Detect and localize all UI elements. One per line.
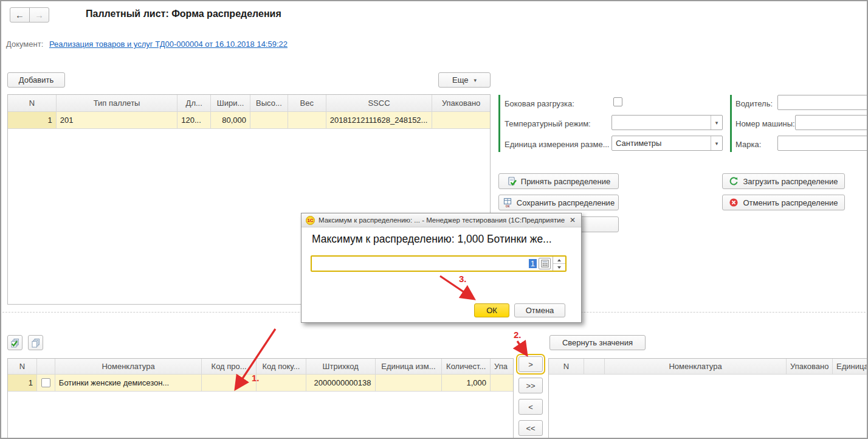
load-distribution-label: Загрузить распределение (743, 177, 838, 186)
nav-buttons: ← → (10, 7, 49, 22)
move-all-right-button[interactable]: >> (518, 378, 543, 393)
col-quantity: Количест... (442, 359, 491, 375)
green-separator (730, 95, 732, 152)
cell-nomenclature[interactable]: Ботинки женские демисезон... (55, 375, 202, 392)
col-length: Дл... (177, 95, 211, 112)
cell-code-buyer[interactable] (257, 375, 306, 392)
green-separator (498, 95, 500, 152)
quantity-value[interactable]: 1 (529, 259, 537, 268)
move-left-button[interactable]: < (518, 399, 543, 415)
document-label: Документ: (6, 40, 43, 49)
chevron-down-icon[interactable]: ▾ (711, 136, 722, 150)
col-height: Высо... (250, 95, 288, 112)
cell-width[interactable]: 80,000 (211, 112, 250, 129)
col-nomenclature: Номенклатура (55, 359, 202, 375)
driver-input[interactable] (777, 95, 868, 110)
temperature-label: Температурный режим: (505, 119, 591, 128)
side-unload-checkbox[interactable] (613, 97, 622, 106)
col-weight: Вес (288, 95, 326, 112)
col-packed: Упа (491, 359, 513, 375)
quantity-input[interactable]: 1 (311, 255, 567, 272)
save-distribution-label: Сохранить распределение (517, 198, 615, 207)
items-table-row[interactable]: 1 Ботинки женские демисезон... 200000000… (8, 375, 513, 392)
brand-input[interactable] (777, 136, 868, 151)
col-packed: Упаковано (432, 95, 490, 112)
row-checkbox[interactable] (41, 378, 50, 387)
size-unit-value: Сантиметры (612, 139, 711, 148)
cell-packed[interactable] (491, 375, 513, 392)
check-all-button[interactable] (7, 335, 22, 350)
col-checkbox (37, 359, 55, 375)
col-sscc: SSCC (326, 95, 433, 112)
side-unload-label: Боковая разгрузка: (505, 99, 574, 108)
collapse-values-label: Свернуть значения (562, 338, 633, 347)
accept-distribution-button[interactable]: Принять распределение (498, 173, 619, 189)
packed-table-header: N Номенклатура Упаковано Единица (549, 359, 868, 375)
cell-n[interactable]: 1 (8, 112, 57, 129)
col-n: N (549, 359, 584, 375)
back-arrow-icon: ← (15, 10, 24, 20)
pallet-table-row[interactable]: 1 201 120... 80,000 20181212111628_24815… (8, 112, 490, 129)
cell-type[interactable]: 201 (57, 112, 177, 129)
col-n: N (8, 95, 57, 112)
cell-height[interactable] (250, 112, 288, 129)
cell-n[interactable]: 1 (8, 375, 37, 392)
move-all-left-button[interactable]: << (518, 420, 543, 436)
cell-barcode[interactable]: 2000000000138 (306, 375, 376, 392)
col-blank (584, 359, 605, 375)
move-all-left-label: << (526, 424, 535, 433)
stepper-up-icon[interactable] (553, 257, 565, 264)
truck-number-input[interactable] (795, 115, 868, 130)
col-code-buyer: Код поку... (257, 359, 306, 375)
move-all-right-label: >> (526, 381, 535, 390)
document-link[interactable]: Реализация товаров и услуг ТД00-000004 о… (49, 40, 288, 49)
cell-length[interactable]: 120... (177, 112, 211, 129)
chevron-down-icon[interactable]: ▾ (711, 116, 722, 130)
add-button-label: Добавить (19, 75, 53, 85)
col-nomenclature: Номенклатура (605, 359, 787, 375)
stepper-down-icon[interactable] (553, 264, 565, 271)
back-button[interactable]: ← (10, 7, 30, 22)
more-button-label: Еще (452, 75, 468, 85)
cell-weight[interactable] (288, 112, 326, 129)
quantity-stepper[interactable] (553, 257, 565, 271)
ok-button-label: ОК (486, 306, 497, 315)
temperature-combo[interactable]: ▾ (611, 115, 723, 130)
collapse-values-button[interactable]: Свернуть значения (549, 335, 646, 350)
add-button[interactable]: Добавить (7, 72, 65, 88)
col-barcode: Штрихкод (306, 359, 376, 375)
load-distribution-button[interactable]: Загрузить распределение (722, 173, 845, 189)
uncheck-all-button[interactable] (28, 335, 43, 350)
cancel-distribution-button[interactable]: Отменить распределение (722, 195, 845, 210)
ok-button[interactable]: ОК (474, 303, 509, 317)
cell-checkbox[interactable] (37, 375, 55, 392)
items-table: N Номенклатура Код про... Код поку... Шт… (7, 358, 514, 439)
cell-sscc[interactable]: 20181212111628_248152... (326, 112, 433, 129)
calculator-icon[interactable] (539, 258, 551, 269)
more-button[interactable]: Еще ▾ (438, 72, 491, 88)
cell-code-prod[interactable] (202, 375, 257, 392)
cell-quantity[interactable]: 1,000 (442, 375, 491, 392)
sheets-stack-icon (30, 337, 41, 348)
close-icon[interactable]: ✕ (568, 216, 577, 224)
red-cross-circle-icon (729, 198, 739, 207)
move-right-button[interactable]: > (518, 356, 543, 372)
save-distribution-button[interactable]: ок Сохранить распределение (498, 195, 619, 210)
move-right-label: > (528, 360, 533, 369)
chevron-down-icon: ▾ (474, 77, 477, 83)
col-code-prod: Код про... (202, 359, 257, 375)
size-unit-combo[interactable]: Сантиметры ▾ (611, 136, 723, 151)
dialog-cancel-label: Отмена (526, 306, 554, 315)
accept-distribution-label: Принять распределение (521, 177, 610, 186)
refresh-icon (729, 176, 739, 186)
cell-unit[interactable] (376, 375, 443, 392)
max-distribution-dialog: 1С Максимум к распределению: ... - Менед… (301, 213, 582, 323)
brand-label: Марка: (735, 140, 761, 149)
forward-button[interactable]: → (29, 7, 49, 22)
dialog-cancel-button[interactable]: Отмена (514, 303, 565, 317)
cell-packed[interactable] (432, 112, 490, 129)
col-packed: Упаковано (787, 359, 833, 375)
app-window: ← → Паллетный лист: Форма распределения … (0, 0, 868, 439)
dialog-heading: Максимум к распределению: 1,000 Ботинки … (312, 233, 552, 246)
dialog-titlebar: 1С Максимум к распределению: ... - Менед… (301, 213, 581, 227)
